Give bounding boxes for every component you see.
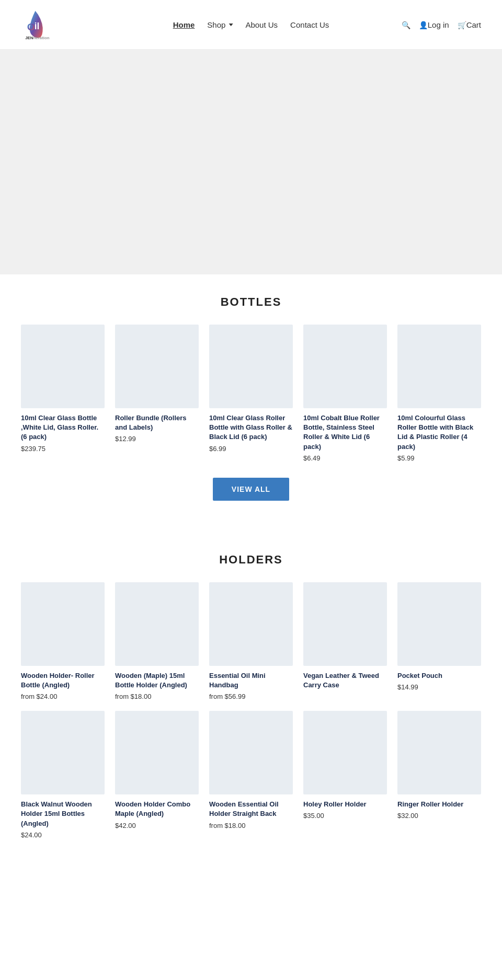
product-image	[115, 711, 199, 794]
product-image	[21, 325, 105, 408]
product-image	[115, 325, 199, 408]
product-name: Holey Roller Holder	[303, 800, 387, 809]
product-price: $14.99	[397, 683, 481, 691]
nav-contact[interactable]: Contact Us	[290, 20, 329, 29]
product-price: $6.49	[303, 454, 387, 462]
main-nav: Home Shop About Us Contact Us	[173, 20, 329, 29]
product-name: 10ml Colourful Glass Roller Bottle with …	[397, 413, 481, 452]
hero-banner	[0, 50, 502, 274]
product-image	[21, 711, 105, 794]
product-price: $42.00	[115, 822, 199, 829]
product-price: $6.99	[209, 445, 293, 453]
product-name: Roller Bundle (Rollers and Labels)	[115, 413, 199, 432]
logo[interactable]: il O JENneration	[21, 6, 68, 43]
product-card[interactable]: 10ml Clear Glass Bottle ,White Lid, Glas…	[21, 325, 105, 462]
holders-grid: Wooden Holder- Roller Bottle (Angled)fro…	[21, 582, 481, 839]
product-card[interactable]: 10ml Cobalt Blue Roller Bottle, Stainles…	[303, 325, 387, 462]
product-image	[115, 582, 199, 666]
site-header: il O JENneration Home Shop About Us Cont…	[0, 0, 502, 50]
product-image	[209, 325, 293, 408]
product-image	[209, 582, 293, 666]
holders-section: HOLDERS Wooden Holder- Roller Bottle (An…	[0, 532, 502, 865]
search-button[interactable]	[402, 20, 410, 29]
bottles-title: BOTTLES	[21, 295, 481, 309]
product-image	[303, 582, 387, 666]
product-image	[397, 711, 481, 794]
product-price: from $18.00	[115, 693, 199, 700]
shop-chevron-icon	[229, 24, 233, 26]
product-name: Essential Oil Mini Handbag	[209, 671, 293, 690]
product-price: from $56.99	[209, 693, 293, 700]
product-card[interactable]: Holey Roller Holder$35.00	[303, 711, 387, 839]
product-name: Vegan Leather & Tweed Carry Case	[303, 671, 387, 690]
svg-text:il: il	[35, 21, 40, 31]
product-card[interactable]: Pocket Pouch$14.99	[397, 582, 481, 700]
product-price: $24.00	[21, 831, 105, 839]
login-link[interactable]: Log in	[419, 20, 449, 29]
product-card[interactable]: Black Walnut Wooden Holder 15ml Bottles …	[21, 711, 105, 839]
product-card[interactable]: 10ml Clear Glass Roller Bottle with Glas…	[209, 325, 293, 462]
cart-link[interactable]: Cart	[458, 20, 481, 29]
product-image	[209, 711, 293, 794]
product-name: Wooden Holder- Roller Bottle (Angled)	[21, 671, 105, 690]
product-card[interactable]: Wooden Essential Oil Holder Straight Bac…	[209, 711, 293, 839]
product-price: from $24.00	[21, 693, 105, 700]
product-name: Wooden (Maple) 15ml Bottle Holder (Angle…	[115, 671, 199, 690]
product-card[interactable]: Ringer Roller Holder$32.00	[397, 711, 481, 839]
product-image	[397, 325, 481, 408]
user-icon	[419, 20, 428, 29]
product-name: Pocket Pouch	[397, 671, 481, 681]
holders-title: HOLDERS	[21, 553, 481, 567]
product-price: $12.99	[115, 435, 199, 443]
product-image	[397, 582, 481, 666]
product-image	[303, 325, 387, 408]
product-card[interactable]: 10ml Colourful Glass Roller Bottle with …	[397, 325, 481, 462]
logo-icon: il O JENneration	[21, 6, 68, 43]
product-name: Ringer Roller Holder	[397, 800, 481, 809]
product-card[interactable]: Wooden (Maple) 15ml Bottle Holder (Angle…	[115, 582, 199, 700]
product-card[interactable]: Wooden Holder Combo Maple (Angled)$42.00	[115, 711, 199, 839]
bottles-section: BOTTLES 10ml Clear Glass Bottle ,White L…	[0, 274, 502, 532]
product-name: Black Walnut Wooden Holder 15ml Bottles …	[21, 800, 105, 828]
product-image	[21, 582, 105, 666]
product-price: $35.00	[303, 812, 387, 820]
view-all-container: VIEW ALL	[21, 478, 481, 501]
product-price: from $18.00	[209, 822, 293, 829]
product-image	[303, 711, 387, 794]
product-card[interactable]: Essential Oil Mini Handbagfrom $56.99	[209, 582, 293, 700]
header-right: Log in Cart	[402, 20, 481, 29]
product-name: Wooden Essential Oil Holder Straight Bac…	[209, 800, 293, 818]
cart-icon	[458, 20, 466, 29]
view-all-button[interactable]: VIEW ALL	[213, 478, 289, 501]
product-name: 10ml Clear Glass Roller Bottle with Glas…	[209, 413, 293, 442]
product-price: $32.00	[397, 812, 481, 820]
product-price: $239.75	[21, 445, 105, 453]
product-card[interactable]: Wooden Holder- Roller Bottle (Angled)fro…	[21, 582, 105, 700]
nav-home[interactable]: Home	[173, 20, 195, 29]
product-card[interactable]: Vegan Leather & Tweed Carry Case	[303, 582, 387, 700]
product-name: Wooden Holder Combo Maple (Angled)	[115, 800, 199, 818]
svg-text:JENneration: JENneration	[25, 36, 49, 40]
search-icon	[402, 20, 410, 29]
product-name: 10ml Cobalt Blue Roller Bottle, Stainles…	[303, 413, 387, 452]
product-name: 10ml Clear Glass Bottle ,White Lid, Glas…	[21, 413, 105, 442]
product-price: $5.99	[397, 454, 481, 462]
product-card[interactable]: Roller Bundle (Rollers and Labels)$12.99	[115, 325, 199, 462]
nav-about[interactable]: About Us	[245, 20, 278, 29]
nav-shop[interactable]: Shop	[207, 20, 233, 29]
bottles-grid: 10ml Clear Glass Bottle ,White Lid, Glas…	[21, 325, 481, 462]
svg-text:O: O	[27, 21, 35, 32]
